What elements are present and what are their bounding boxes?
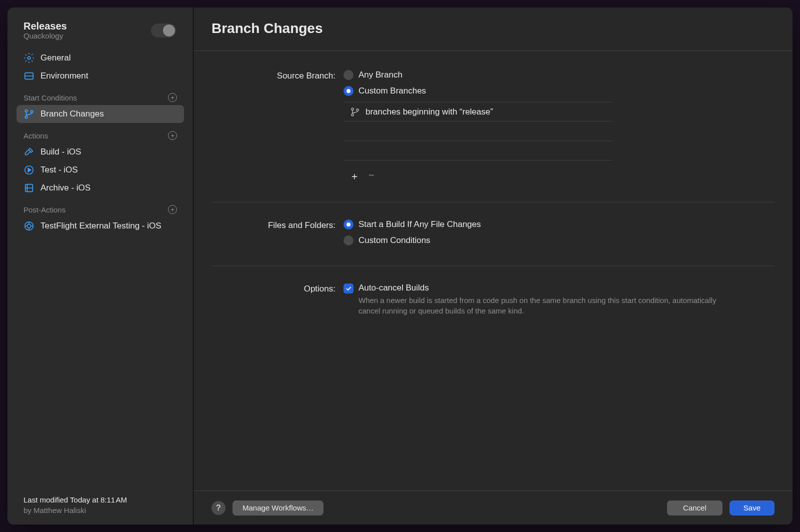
auto-cancel-label: Auto-cancel Builds [358, 283, 718, 293]
options-row: Options: Auto-cancel Builds When a newer… [212, 283, 774, 316]
workflow-editor-window: Releases Quackology General Environment … [8, 8, 792, 524]
content-area: Source Branch: Any Branch Custom Branche… [194, 50, 792, 490]
radio-label: Any Branch [358, 70, 402, 80]
radio-custom-conditions[interactable]: Custom Conditions [344, 236, 774, 246]
svg-point-3 [25, 110, 28, 112]
branch-rule-row[interactable]: branches beginning with “release” [344, 102, 612, 122]
radio-button[interactable] [344, 86, 354, 96]
gear-icon [24, 52, 34, 64]
sidebar-footer: Last modified Today at 8:11 AM by Matthe… [16, 494, 184, 516]
section-start-conditions: Start Conditions + [16, 85, 184, 105]
sidebar-item-label: Build - iOS [40, 147, 81, 157]
svg-point-10 [352, 108, 354, 110]
sidebar-item-label: Environment [40, 71, 88, 81]
sidebar-item-testflight[interactable]: TestFlight External Testing - iOS [16, 217, 184, 235]
section-divider [212, 202, 774, 202]
source-branch-row: Source Branch: Any Branch Custom Branche… [212, 70, 774, 188]
play-checkmark-icon [24, 164, 34, 176]
hammer-icon [24, 146, 34, 158]
sidebar-item-branch-changes[interactable]: Branch Changes [16, 105, 184, 123]
branch-list-controls: ＋ − [344, 164, 774, 188]
radio-button[interactable] [344, 236, 354, 246]
section-actions: Actions + [16, 123, 184, 143]
files-folders-label: Files and Folders: [212, 220, 336, 230]
archive-icon [24, 182, 34, 194]
last-modified: Last modified Today at 8:11 AM [24, 494, 177, 505]
svg-point-5 [30, 110, 33, 113]
project-name: Quackology [24, 32, 67, 40]
svg-point-4 [25, 116, 28, 118]
section-label: Start Conditions [24, 94, 77, 102]
sidebar-item-label: Archive - iOS [40, 183, 90, 193]
sidebar: Releases Quackology General Environment … [8, 8, 194, 524]
radio-custom-branches[interactable]: Custom Branches [344, 86, 774, 96]
source-branch-label: Source Branch: [212, 70, 336, 81]
svg-point-0 [28, 56, 30, 60]
section-post-actions: Post-Actions + [16, 197, 184, 217]
branch-rule-text: branches beginning with “release” [366, 107, 493, 117]
save-button[interactable]: Save [730, 500, 774, 516]
add-rule-button[interactable]: ＋ [350, 170, 360, 183]
section-label: Post-Actions [24, 206, 66, 214]
sidebar-item-environment[interactable]: Environment [16, 67, 184, 85]
remove-rule-button[interactable]: − [368, 170, 374, 183]
sidebar-item-general[interactable]: General [16, 49, 184, 67]
sidebar-item-label: Test - iOS [40, 165, 78, 175]
branch-rule-row-empty[interactable] [344, 122, 612, 141]
workflow-enabled-toggle[interactable] [151, 24, 176, 38]
testflight-icon [24, 220, 34, 232]
radio-label: Start a Build If Any File Changes [358, 220, 481, 230]
manage-workflows-button[interactable]: Manage Workflows… [232, 500, 324, 516]
add-post-action-button[interactable]: + [168, 205, 177, 214]
options-label: Options: [212, 283, 336, 294]
cancel-button[interactable]: Cancel [667, 500, 722, 516]
svg-point-11 [352, 114, 354, 116]
sidebar-item-label: General [40, 53, 70, 63]
modified-by: by Matthew Haliski [24, 505, 177, 516]
section-label: Actions [24, 132, 48, 140]
main-content: Branch Changes Source Branch: Any Branch… [194, 8, 792, 524]
sidebar-item-build[interactable]: Build - iOS [16, 143, 184, 161]
auto-cancel-checkbox[interactable] [344, 284, 354, 294]
branch-rules-list: branches beginning with “release” [344, 102, 612, 160]
radio-any-file[interactable]: Start a Build If Any File Changes [344, 220, 774, 230]
svg-point-9 [27, 224, 30, 228]
toggle-knob [163, 24, 175, 36]
add-action-button[interactable]: + [168, 131, 177, 140]
help-button[interactable]: ? [212, 501, 226, 515]
sidebar-item-label: TestFlight External Testing - iOS [40, 221, 162, 231]
radio-label: Custom Conditions [358, 236, 430, 246]
radio-any-branch[interactable]: Any Branch [344, 70, 774, 80]
branch-icon [24, 108, 34, 120]
branch-icon [350, 106, 360, 118]
radio-label: Custom Branches [358, 86, 426, 96]
workflow-name: Releases [24, 20, 67, 32]
server-icon [24, 70, 34, 82]
footer-bar: ? Manage Workflows… Cancel Save [194, 490, 792, 524]
main-header: Branch Changes [194, 8, 792, 50]
branch-rule-row-empty[interactable] [344, 141, 612, 160]
sidebar-header: Releases Quackology [16, 16, 184, 49]
page-title: Branch Changes [212, 20, 774, 36]
add-start-condition-button[interactable]: + [168, 93, 177, 102]
sidebar-item-label: Branch Changes [40, 109, 104, 119]
auto-cancel-description: When a newer build is started from a cod… [358, 295, 718, 316]
files-folders-row: Files and Folders: Start a Build If Any … [212, 220, 774, 252]
sidebar-item-archive[interactable]: Archive - iOS [16, 179, 184, 197]
radio-button[interactable] [344, 70, 354, 80]
sidebar-item-test[interactable]: Test - iOS [16, 161, 184, 179]
radio-button[interactable] [344, 220, 354, 230]
svg-point-12 [356, 108, 358, 110]
section-divider [212, 266, 774, 266]
